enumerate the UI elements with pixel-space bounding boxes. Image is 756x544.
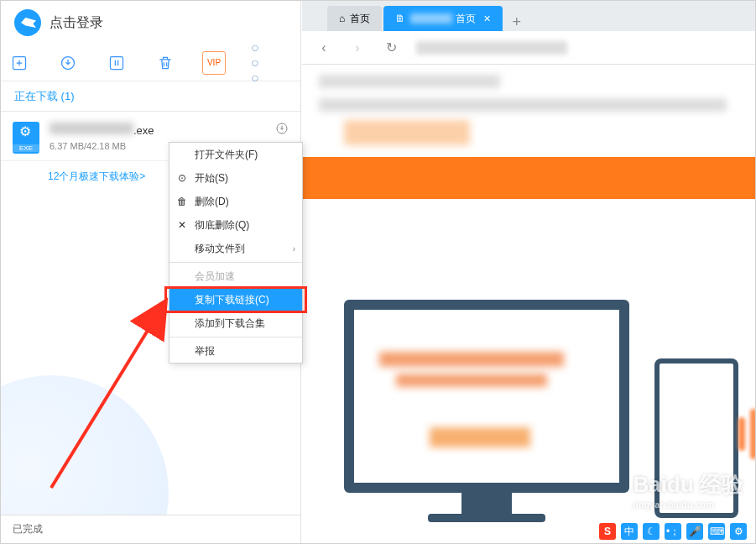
filter-tabs: 正在下载 (1) (1, 81, 300, 112)
svg-rect-2 (111, 56, 123, 69)
browser-tabs: ⌂首页 🗎 首页× + (302, 1, 755, 31)
chevron-right-icon: › (293, 244, 295, 254)
app-header: 点击登录 (1, 1, 300, 44)
tray-keyboard-icon[interactable]: ⌨ (708, 523, 725, 540)
ctx-vip-accel: 会员加速 (169, 264, 302, 288)
ctx-copy-link[interactable]: 复制下载链接(C) (169, 288, 302, 311)
tray-moon-icon[interactable]: ☾ (643, 523, 660, 540)
delete-button[interactable] (154, 51, 177, 75)
login-link[interactable]: 点击登录 (50, 14, 103, 32)
watermark: Baidu 经验 jingyan.baidu.com (633, 470, 743, 510)
ctx-report[interactable]: 举报 (169, 339, 302, 363)
tray-sogou-icon[interactable]: S (599, 523, 616, 540)
ctx-delete-full[interactable]: ✕彻底删除(Q) (169, 213, 302, 237)
file-type-icon (13, 122, 39, 154)
tab-downloading[interactable]: 正在下载 (1) (14, 89, 75, 104)
trash-icon: 🗑 (176, 196, 188, 207)
item-download-icon[interactable] (275, 122, 289, 138)
tray-settings-icon[interactable]: ⚙ (730, 523, 747, 540)
menu-separator (169, 337, 302, 337)
nav-back-button[interactable]: ‹ (315, 40, 332, 55)
address-bar: ‹ › ↻ (302, 31, 755, 65)
tray-ime-icon[interactable]: 中 (621, 523, 638, 540)
page-logo-blurred (344, 120, 470, 145)
close-icon: ✕ (176, 219, 188, 231)
ctx-start[interactable]: ⊙开始(S) (169, 166, 302, 190)
context-menu: 打开文件夹(F) ⊙开始(S) 🗑删除(D) ✕彻底删除(Q) 移动文件到› 会… (169, 142, 303, 364)
new-tab-button[interactable]: + (504, 13, 529, 31)
url-blurred[interactable] (416, 41, 567, 55)
tab-home[interactable]: ⌂首页 (327, 6, 382, 31)
orange-banner (302, 157, 755, 199)
app-logo-icon (14, 9, 41, 36)
toolbar: VIP ○ ○ ○ (1, 44, 300, 81)
more-button[interactable]: ○ ○ ○ (251, 51, 274, 75)
vip-button[interactable]: VIP (202, 51, 226, 75)
footer-bar: 已完成 (1, 515, 300, 543)
promo-link[interactable]: 12个月极速下载体验> (48, 170, 145, 182)
filename-blurred (50, 123, 133, 134)
ctx-add-collection[interactable]: 添加到下载合集 (169, 311, 302, 335)
menu-separator (169, 262, 302, 263)
download-button[interactable] (56, 51, 80, 75)
system-tray: S 中 ☾ •； 🎤 ⌨ ⚙ (599, 523, 747, 540)
tray-mic-icon[interactable]: 🎤 (686, 523, 703, 540)
ctx-open-folder[interactable]: 打开文件夹(F) (169, 143, 302, 166)
reload-button[interactable]: ↻ (383, 39, 399, 55)
tray-punct-icon[interactable]: •； (665, 523, 681, 540)
pause-button[interactable] (105, 51, 128, 75)
nav-forward-button[interactable]: › (349, 40, 366, 55)
play-icon: ⊙ (176, 172, 188, 184)
filename-ext: .exe (133, 124, 154, 137)
ctx-delete[interactable]: 🗑删除(D) (169, 190, 302, 213)
new-task-button[interactable] (8, 51, 31, 75)
footer-completed[interactable]: 已完成 (13, 522, 43, 536)
tab-active[interactable]: 🗎 首页× (383, 6, 503, 31)
tab-close-icon[interactable]: × (484, 12, 491, 25)
page-icon: 🗎 (395, 13, 405, 24)
home-icon: ⌂ (339, 13, 345, 24)
ctx-move-to[interactable]: 移动文件到› (169, 237, 302, 260)
